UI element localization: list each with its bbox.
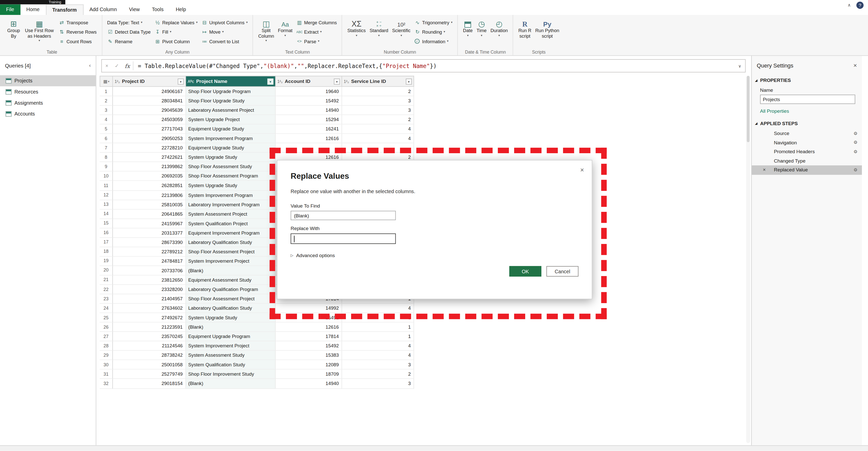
cell[interactable]: 23812650 — [113, 276, 186, 285]
cell[interactable]: 23570245 — [113, 332, 186, 341]
cell[interactable]: Shop Floor Assessment Program — [186, 172, 276, 181]
cell[interactable]: 29050253 — [113, 134, 186, 143]
trigonometry-button[interactable]: ∿ Trigonometry ▾ — [414, 18, 453, 27]
tab-view[interactable]: View — [123, 5, 146, 15]
row-number[interactable]: 1 — [100, 87, 113, 96]
row-number[interactable]: 20 — [100, 266, 113, 275]
detect-data-type-button[interactable]: ☑ Detect Data Type — [107, 28, 151, 36]
cell[interactable] — [276, 143, 342, 153]
cell[interactable]: 27492672 — [113, 313, 186, 323]
cell[interactable]: 27717043 — [113, 125, 186, 134]
cell[interactable] — [342, 143, 414, 153]
rename-button[interactable]: ✎ Rename — [107, 37, 151, 45]
cell[interactable]: 20692035 — [113, 172, 186, 181]
tab-file[interactable]: File — [0, 5, 20, 15]
row-number[interactable]: 29 — [100, 351, 113, 360]
cell[interactable]: System Upgrade Study — [186, 313, 276, 323]
scrollbar-thumb[interactable] — [747, 76, 750, 142]
tab-help[interactable]: Help — [170, 5, 192, 15]
cell[interactable]: Laboratory Assessment Project — [186, 106, 276, 115]
move-button[interactable]: ↦ Move ▾ — [202, 28, 248, 36]
row-number[interactable]: 8 — [100, 153, 113, 162]
cell[interactable]: Laboratory Qualification Study — [186, 238, 276, 247]
cell[interactable]: (Blank) — [186, 323, 276, 332]
query-name-input[interactable] — [760, 95, 855, 104]
cell[interactable]: 28673390 — [113, 238, 186, 247]
applied-step-source[interactable]: Source⚙ — [752, 129, 862, 138]
scientific-button[interactable]: 10² Scientific ▾ — [392, 17, 411, 49]
cell[interactable]: 22139806 — [113, 191, 186, 200]
cell[interactable]: 4 — [342, 125, 414, 134]
fill-button[interactable]: ↧ Fill ▾ — [155, 28, 197, 36]
cell[interactable]: 21124546 — [113, 342, 186, 351]
parse-button[interactable]: <> Parse ▾ — [296, 37, 337, 45]
close-icon[interactable]: × — [853, 62, 857, 68]
applied-step-replaced-value[interactable]: ×Replaced Value⚙ — [752, 165, 862, 174]
advanced-options-expander-icon[interactable]: ▷ — [291, 253, 293, 258]
cell[interactable]: 15492 — [276, 342, 342, 351]
applied-step-promoted-headers[interactable]: Promoted Headers⚙ — [752, 147, 862, 156]
date-button[interactable]: Date ▾ — [463, 17, 472, 49]
transpose-button[interactable]: ⇄ Transpose — [59, 18, 97, 27]
cell[interactable]: 2 — [342, 87, 414, 96]
cell[interactable]: 28738242 — [113, 351, 186, 360]
filter-dropdown-icon[interactable]: ▾ — [334, 78, 340, 85]
row-number[interactable]: 32 — [100, 379, 113, 389]
cell[interactable]: 15294 — [276, 115, 342, 124]
cancel-button[interactable]: Cancel — [547, 266, 579, 277]
row-number[interactable]: 15 — [100, 219, 113, 228]
tab-transform[interactable]: Transform — [46, 5, 84, 15]
cell[interactable]: Shop Floor Upgrade Study — [186, 96, 276, 106]
group-by-button[interactable]: ⊞ Group By — [7, 17, 20, 49]
cell[interactable]: 17814 — [276, 332, 342, 341]
cell[interactable]: 12616 — [276, 134, 342, 143]
row-number[interactable]: 9 — [100, 162, 113, 172]
cell[interactable]: 19640 — [276, 87, 342, 96]
row-number[interactable]: 25 — [100, 313, 113, 323]
cell[interactable]: 29018154 — [113, 379, 186, 389]
dialog-close-icon[interactable]: × — [580, 166, 584, 174]
select-all-corner[interactable]: ▦▾ — [100, 76, 113, 87]
cell[interactable]: 27422621 — [113, 153, 186, 162]
information-button[interactable]: i Information ▾ — [414, 37, 453, 45]
cell[interactable]: 24906167 — [113, 87, 186, 96]
duration-button[interactable]: ◴ Duration ▾ — [491, 17, 508, 49]
cell[interactable]: Laboratory Improvement Program — [186, 200, 276, 209]
row-number[interactable]: 21 — [100, 276, 113, 285]
filter-dropdown-icon[interactable]: ▾ — [268, 78, 274, 85]
format-button[interactable]: Aa Format ▾ — [278, 17, 293, 49]
row-number[interactable]: 13 — [100, 200, 113, 209]
data-type-button[interactable]: Data Type: Text ▾ — [107, 18, 151, 27]
all-properties-link[interactable]: All Properties — [760, 108, 862, 114]
cell[interactable]: 21223591 — [113, 323, 186, 332]
count-rows-button[interactable]: ≡ Count Rows — [59, 37, 97, 45]
cell[interactable]: 12616 — [276, 323, 342, 332]
cell[interactable]: Laboratory Qualification Program — [186, 285, 276, 294]
time-button[interactable]: ◷ Time ▾ — [477, 17, 487, 49]
cell[interactable]: 22728210 — [113, 143, 186, 153]
advanced-options-label[interactable]: Advanced options — [296, 253, 335, 258]
row-number[interactable]: 6 — [100, 134, 113, 143]
pivot-column-button[interactable]: ⊞ Pivot Column — [155, 37, 197, 45]
formula-text[interactable]: = Table.ReplaceValue(#"Changed Type","(b… — [138, 63, 735, 69]
cell[interactable]: 14992 — [276, 303, 342, 313]
tab-home[interactable]: Home — [20, 5, 46, 15]
cell[interactable]: 16241 — [276, 125, 342, 134]
cell[interactable]: System Qualification Project — [186, 219, 276, 228]
replace-values-button[interactable]: ½ Replace Values ▾ — [155, 18, 197, 27]
cell[interactable]: System Improvement Program — [186, 191, 276, 200]
gear-icon[interactable]: ⚙ — [854, 140, 862, 145]
row-number[interactable]: 22 — [100, 285, 113, 294]
help-icon[interactable]: ? — [856, 2, 863, 9]
cell[interactable]: 29045639 — [113, 106, 186, 115]
row-number[interactable]: 14 — [100, 209, 113, 219]
cell[interactable]: Equipment Improvement Program — [186, 228, 276, 238]
collapse-pane-icon[interactable]: ‹ — [89, 62, 91, 68]
cell[interactable]: 21404957 — [113, 294, 186, 303]
cell[interactable]: (Blank) — [186, 266, 276, 275]
cell[interactable]: System Assessment Study — [186, 351, 276, 360]
applied-step-navigation[interactable]: Navigation⚙ — [752, 138, 862, 147]
cell[interactable]: 3 — [342, 313, 414, 323]
cell[interactable]: System Improvement Project — [186, 257, 276, 266]
cell[interactable]: Equipment Upgrade Study — [186, 125, 276, 134]
